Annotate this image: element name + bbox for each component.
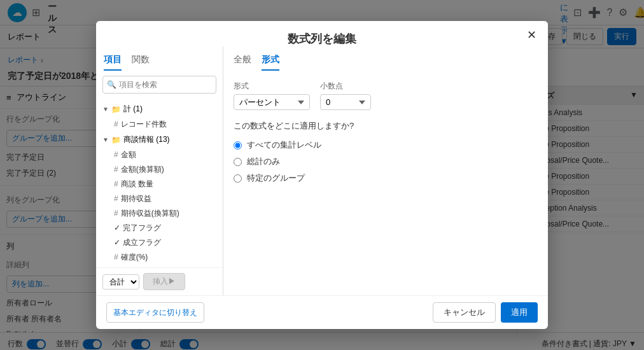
- folder-label-1: 計 (1): [123, 104, 143, 115]
- insert-select[interactable]: 合計 平均 最大: [102, 274, 139, 290]
- tree-item-amount[interactable]: #金額: [96, 148, 223, 162]
- modal-tree: ▼ 📁 計 (1) #レコード件数 ▼ 📁 商談情報 (13) #金額 #金: [96, 99, 223, 267]
- modal-close-btn[interactable]: ✕: [524, 27, 539, 43]
- modal-header: 数式列を編集 ✕: [96, 21, 548, 46]
- modal-left-tabs: 項目 関数: [96, 46, 223, 71]
- cancel-btn[interactable]: キャンセル: [433, 302, 496, 323]
- modal-body: 項目 関数 🔍 ▼ 📁 計 (1) #レコード件数: [96, 46, 548, 295]
- modal-left-panel: 項目 関数 🔍 ▼ 📁 計 (1) #レコード件数: [96, 46, 223, 295]
- format-group: 形式 パーセント 数値 通貨: [234, 81, 310, 110]
- modal-search: 🔍: [102, 76, 216, 94]
- decimal-select[interactable]: 0 1 2 3: [320, 94, 371, 110]
- tab-general[interactable]: 全般: [234, 54, 251, 71]
- tab-functions[interactable]: 関数: [132, 54, 150, 71]
- modal-right-tabs: 全般 形式: [223, 46, 548, 71]
- modal-right-content: 形式 パーセント 数値 通貨 小数点 0 1: [223, 71, 548, 194]
- tree-item-complete-flag[interactable]: ✓完了フラグ: [96, 221, 223, 235]
- tree-item-record-count[interactable]: #レコード件数: [96, 117, 223, 132]
- folder-icon-2: 📁: [111, 136, 121, 144]
- modal-insert-row: 合計 平均 最大 挿入▶: [96, 267, 223, 295]
- format-select[interactable]: パーセント 数値 通貨: [234, 94, 310, 110]
- modal: 数式列を編集 ✕ 項目 関数 🔍 ▼ 📁 計: [96, 21, 548, 329]
- decimal-group: 小数点 0 1 2 3: [320, 81, 371, 110]
- radio-group: すべての集計レベル 総計のみ 特定のグループ: [234, 139, 538, 184]
- search-input[interactable]: [119, 80, 214, 89]
- apply-btn[interactable]: 適用: [501, 302, 538, 323]
- tree-item-expected-rev[interactable]: #期待収益: [96, 192, 223, 206]
- format-label: 形式: [234, 81, 310, 92]
- modal-footer: 基本エディタに切り替え キャンセル 適用: [96, 295, 548, 329]
- folder-arrow-1: ▼: [102, 106, 109, 113]
- tree-item-accuracy[interactable]: #確度(%): [96, 250, 223, 265]
- radio-specific-group[interactable]: 特定のグループ: [234, 172, 538, 184]
- apply-question: この数式をどこに適用しますか?: [234, 120, 538, 132]
- modal-title: 数式列を編集: [288, 32, 356, 45]
- tree-item-expected-rev-conv[interactable]: #期待収益(換算額): [96, 206, 223, 221]
- search-icon: 🔍: [107, 80, 116, 89]
- radio-all-levels[interactable]: すべての集計レベル: [234, 139, 538, 151]
- tree-item-opp-qty[interactable]: #商談 数量: [96, 177, 223, 192]
- tree-folder-deals[interactable]: ▼ 📁 商談情報 (13): [96, 132, 223, 148]
- tree-item-amount-conv[interactable]: #金額(換算額): [96, 162, 223, 177]
- tab-items[interactable]: 項目: [104, 54, 122, 71]
- tree-item-success-flag[interactable]: ✓成立フラグ: [96, 235, 223, 250]
- insert-btn[interactable]: 挿入▶: [143, 273, 185, 290]
- folder-icon-1: 📁: [111, 105, 121, 114]
- radio-total-only[interactable]: 総計のみ: [234, 156, 538, 167]
- modal-right-panel: 全般 形式 形式 パーセント 数値 通貨: [223, 46, 548, 295]
- format-row: 形式 パーセント 数値 通貨 小数点 0 1: [234, 81, 538, 110]
- modal-overlay: 数式列を編集 ✕ 項目 関数 🔍 ▼ 📁 計: [0, 0, 644, 350]
- folder-arrow-2: ▼: [102, 136, 109, 143]
- tree-folder-total[interactable]: ▼ 📁 計 (1): [96, 101, 223, 117]
- folder-label-2: 商談情報 (13): [123, 134, 170, 145]
- decimal-label: 小数点: [320, 81, 371, 92]
- switch-btn[interactable]: 基本エディタに切り替え: [106, 302, 204, 323]
- tab-format[interactable]: 形式: [262, 54, 279, 71]
